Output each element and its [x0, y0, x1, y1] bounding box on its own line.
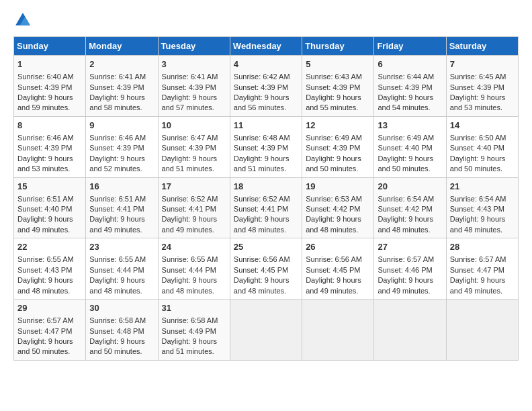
sunrise-label: Sunrise: 6:54 AM: [378, 195, 434, 203]
weekday-header: Sunday: [14, 37, 86, 56]
calendar-header-row: SundayMondayTuesdayWednesdayThursdayFrid…: [14, 37, 519, 56]
sunset-label: Sunset: 4:44 PM: [162, 266, 216, 274]
weekday-header: Wednesday: [230, 37, 302, 56]
daylight-label: Daylight: 9 hours and 49 minutes.: [450, 276, 506, 294]
calendar-cell: 20 Sunrise: 6:54 AM Sunset: 4:42 PM Dayl…: [374, 177, 446, 238]
calendar-cell: 16 Sunrise: 6:51 AM Sunset: 4:41 PM Dayl…: [86, 177, 158, 238]
sunrise-label: Sunrise: 6:41 AM: [162, 73, 218, 81]
logo: [13, 11, 35, 30]
sunset-label: Sunset: 4:40 PM: [378, 144, 432, 152]
sunset-label: Sunset: 4:46 PM: [378, 266, 432, 274]
daylight-label: Daylight: 9 hours and 49 minutes.: [89, 215, 145, 233]
sunrise-label: Sunrise: 6:55 AM: [89, 255, 146, 263]
sunset-label: Sunset: 4:40 PM: [450, 144, 504, 152]
calendar-cell: 27 Sunrise: 6:57 AM Sunset: 4:46 PM Dayl…: [374, 238, 446, 300]
sunrise-label: Sunrise: 6:57 AM: [17, 316, 74, 324]
sunset-label: Sunset: 4:47 PM: [450, 266, 504, 274]
calendar-week-row: 1 Sunrise: 6:40 AM Sunset: 4:39 PM Dayli…: [14, 56, 519, 117]
sunrise-label: Sunrise: 6:52 AM: [162, 195, 218, 203]
calendar-table: SundayMondayTuesdayWednesdayThursdayFrid…: [13, 36, 519, 361]
daylight-label: Daylight: 9 hours and 50 minutes.: [306, 154, 361, 173]
calendar-cell: 15 Sunrise: 6:51 AM Sunset: 4:40 PM Dayl…: [14, 177, 86, 238]
sunset-label: Sunset: 4:42 PM: [378, 205, 432, 213]
day-number: 13: [378, 120, 442, 132]
calendar-cell: 29 Sunrise: 6:57 AM Sunset: 4:47 PM Dayl…: [14, 300, 86, 361]
day-number: 9: [89, 120, 154, 132]
day-number: 27: [378, 241, 442, 253]
sunrise-label: Sunrise: 6:46 AM: [17, 134, 74, 142]
daylight-label: Daylight: 9 hours and 59 minutes.: [17, 93, 73, 111]
calendar-cell: 1 Sunrise: 6:40 AM Sunset: 4:39 PM Dayli…: [14, 56, 86, 117]
calendar-cell: 13 Sunrise: 6:49 AM Sunset: 4:40 PM Dayl…: [374, 116, 446, 177]
sunrise-label: Sunrise: 6:54 AM: [450, 195, 506, 203]
calendar-cell: 11 Sunrise: 6:48 AM Sunset: 4:39 PM Dayl…: [230, 116, 302, 177]
sunrise-label: Sunrise: 6:41 AM: [89, 73, 146, 81]
sunset-label: Sunset: 4:41 PM: [89, 205, 144, 213]
sunset-label: Sunset: 4:44 PM: [89, 266, 144, 274]
daylight-label: Daylight: 9 hours and 55 minutes.: [306, 93, 361, 111]
sunset-label: Sunset: 4:39 PM: [17, 144, 72, 152]
calendar-week-row: 15 Sunrise: 6:51 AM Sunset: 4:40 PM Dayl…: [14, 177, 519, 238]
sunset-label: Sunset: 4:39 PM: [89, 144, 144, 152]
day-number: 17: [162, 181, 226, 193]
daylight-label: Daylight: 9 hours and 48 minutes.: [89, 276, 145, 294]
sunrise-label: Sunrise: 6:51 AM: [17, 195, 74, 203]
day-number: 21: [450, 181, 515, 193]
daylight-label: Daylight: 9 hours and 51 minutes.: [162, 154, 218, 173]
day-number: 26: [306, 241, 370, 253]
day-number: 30: [89, 302, 154, 314]
weekday-header: Friday: [374, 37, 446, 56]
day-number: 10: [162, 120, 226, 132]
sunset-label: Sunset: 4:39 PM: [306, 83, 360, 91]
daylight-label: Daylight: 9 hours and 49 minutes.: [306, 276, 361, 294]
daylight-label: Daylight: 9 hours and 54 minutes.: [378, 93, 433, 111]
daylight-label: Daylight: 9 hours and 48 minutes.: [234, 276, 290, 294]
day-number: 20: [378, 181, 442, 193]
calendar-cell: 21 Sunrise: 6:54 AM Sunset: 4:43 PM Dayl…: [446, 177, 518, 238]
sunset-label: Sunset: 4:49 PM: [162, 327, 216, 335]
sunset-label: Sunset: 4:41 PM: [162, 205, 216, 213]
calendar-cell: 3 Sunrise: 6:41 AM Sunset: 4:39 PM Dayli…: [158, 56, 230, 117]
day-number: 23: [89, 241, 154, 253]
sunrise-label: Sunrise: 6:55 AM: [17, 255, 74, 263]
daylight-label: Daylight: 9 hours and 49 minutes.: [17, 215, 73, 233]
daylight-label: Daylight: 9 hours and 48 minutes.: [162, 276, 218, 294]
sunset-label: Sunset: 4:42 PM: [306, 205, 360, 213]
calendar-cell: 26 Sunrise: 6:56 AM Sunset: 4:45 PM Dayl…: [302, 238, 374, 300]
calendar-cell: 10 Sunrise: 6:47 AM Sunset: 4:39 PM Dayl…: [158, 116, 230, 177]
sunset-label: Sunset: 4:39 PM: [306, 144, 360, 152]
calendar-cell: 22 Sunrise: 6:55 AM Sunset: 4:43 PM Dayl…: [14, 238, 86, 300]
calendar-cell: [374, 300, 446, 361]
sunrise-label: Sunrise: 6:49 AM: [378, 134, 434, 142]
daylight-label: Daylight: 9 hours and 48 minutes.: [306, 215, 361, 233]
sunset-label: Sunset: 4:39 PM: [162, 144, 216, 152]
daylight-label: Daylight: 9 hours and 53 minutes.: [17, 154, 73, 173]
calendar-cell: 9 Sunrise: 6:46 AM Sunset: 4:39 PM Dayli…: [86, 116, 158, 177]
sunset-label: Sunset: 4:48 PM: [89, 327, 144, 335]
day-number: 11: [234, 120, 298, 132]
weekday-header: Tuesday: [158, 37, 230, 56]
calendar-cell: 24 Sunrise: 6:55 AM Sunset: 4:44 PM Dayl…: [158, 238, 230, 300]
sunrise-label: Sunrise: 6:50 AM: [450, 134, 506, 142]
calendar-cell: 17 Sunrise: 6:52 AM Sunset: 4:41 PM Dayl…: [158, 177, 230, 238]
daylight-label: Daylight: 9 hours and 51 minutes.: [234, 154, 290, 173]
sunrise-label: Sunrise: 6:46 AM: [89, 134, 146, 142]
sunrise-label: Sunrise: 6:44 AM: [378, 73, 434, 81]
calendar-cell: 6 Sunrise: 6:44 AM Sunset: 4:39 PM Dayli…: [374, 56, 446, 117]
sunrise-label: Sunrise: 6:49 AM: [306, 134, 362, 142]
day-number: 12: [306, 120, 370, 132]
page-header: [13, 11, 519, 30]
sunset-label: Sunset: 4:40 PM: [17, 205, 72, 213]
calendar-cell: 23 Sunrise: 6:55 AM Sunset: 4:44 PM Dayl…: [86, 238, 158, 300]
sunrise-label: Sunrise: 6:51 AM: [89, 195, 146, 203]
day-number: 24: [162, 241, 226, 253]
day-number: 3: [162, 58, 226, 71]
daylight-label: Daylight: 9 hours and 49 minutes.: [162, 215, 218, 233]
day-number: 28: [450, 241, 515, 253]
sunrise-label: Sunrise: 6:52 AM: [234, 195, 290, 203]
sunrise-label: Sunrise: 6:56 AM: [234, 255, 290, 263]
sunset-label: Sunset: 4:39 PM: [234, 144, 288, 152]
calendar-cell: [302, 300, 374, 361]
sunrise-label: Sunrise: 6:53 AM: [306, 195, 362, 203]
day-number: 29: [17, 302, 82, 314]
